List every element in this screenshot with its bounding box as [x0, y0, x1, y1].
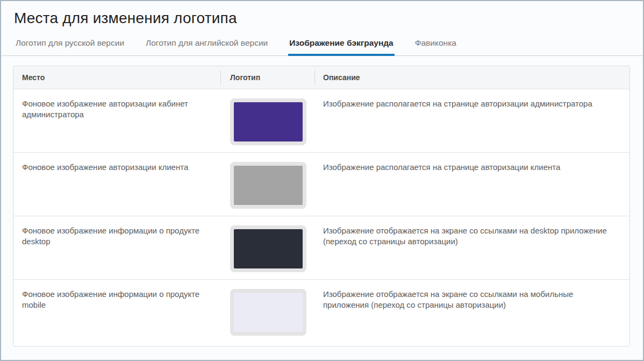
row-logo-cell: [220, 216, 314, 279]
logo-preview-image[interactable]: [234, 229, 303, 268]
tab-russian-logo[interactable]: Логотип для русской версии: [15, 38, 125, 56]
tab-bar: Логотип для русской версииЛоготип для ан…: [1, 38, 643, 56]
row-place-label: Фоновое изображение информации о продукт…: [13, 280, 220, 346]
logo-places-table: Место Логотип Описание Фоновое изображен…: [13, 66, 630, 346]
row-place-label: Фоновое изображение авторизации клиента: [13, 153, 220, 216]
row-description: Изображение отображается на экране со сс…: [314, 216, 629, 279]
table-header-row: Место Логотип Описание: [13, 66, 629, 89]
column-header-place: Место: [13, 66, 220, 89]
row-place-label: Фоновое изображение авторизации кабинет …: [13, 89, 220, 152]
tab-background-image[interactable]: Изображение бэкграунда: [288, 38, 395, 56]
row-description: Изображение отображается на экране со сс…: [314, 280, 629, 346]
page-title: Места для изменения логотипа: [1, 1, 643, 27]
row-description: Изображение располагается на странице ав…: [314, 153, 629, 216]
logo-preview-frame[interactable]: [230, 98, 306, 145]
logo-preview-frame[interactable]: [230, 162, 306, 209]
row-place-label: Фоновое изображение информации о продукт…: [13, 216, 220, 279]
tab-english-logo[interactable]: Логотип для английской версии: [145, 38, 269, 56]
logo-preview-image[interactable]: [234, 166, 303, 205]
logo-preview-image[interactable]: [234, 293, 303, 332]
row-logo-cell: [220, 153, 314, 216]
logo-preview-frame[interactable]: [230, 225, 306, 272]
column-header-description: Описание: [314, 66, 629, 89]
table-row: Фоновое изображение авторизации кабинет …: [13, 89, 629, 153]
table-row: Фоновое изображение информации о продукт…: [13, 280, 629, 346]
row-logo-cell: [220, 89, 314, 152]
logo-preview-image[interactable]: [234, 102, 303, 141]
tab-favicon[interactable]: Фавиконка: [414, 38, 457, 56]
table-row: Фоновое изображение информации о продукт…: [13, 216, 629, 280]
row-description: Изображение располагается на странице ав…: [314, 89, 629, 152]
row-logo-cell: [220, 280, 314, 346]
table-row: Фоновое изображение авторизации клиентаИ…: [13, 153, 629, 216]
logo-settings-page: Места для изменения логотипа Логотип для…: [0, 0, 644, 361]
column-header-logo: Логотип: [220, 66, 314, 89]
logo-preview-frame[interactable]: [230, 289, 306, 336]
table-body: Фоновое изображение авторизации кабинет …: [13, 89, 629, 346]
